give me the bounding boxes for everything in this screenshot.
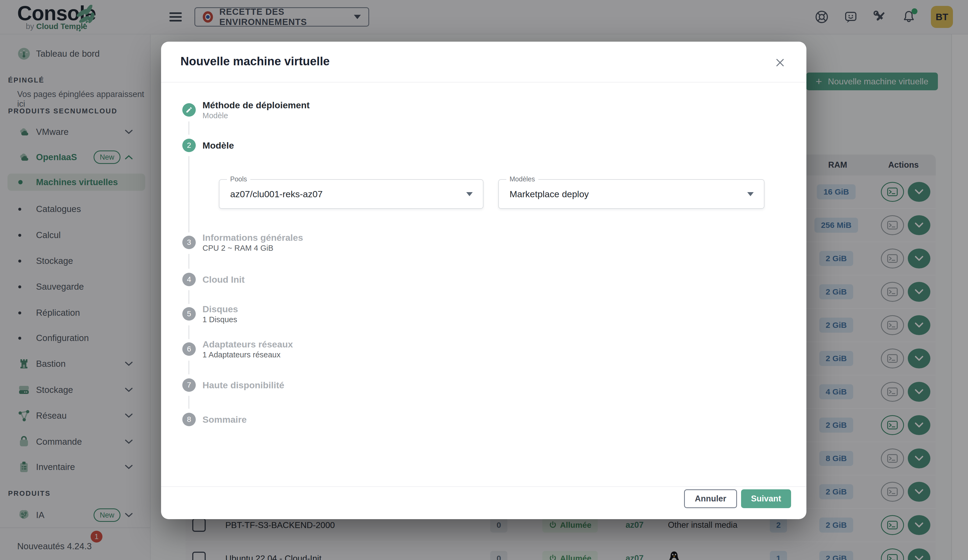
modal-footer-divider — [161, 486, 806, 487]
step-informations-generales[interactable]: 3 Informations générales CPU 2 ~ RAM 4 G… — [182, 232, 303, 253]
step-connector — [189, 121, 189, 135]
step-adaptateurs-reseaux[interactable]: 6 Adaptateurs réseaux 1 Adaptateurs rése… — [182, 339, 293, 360]
step-connector — [189, 325, 189, 339]
modal-title: Nouvelle machine virtuelle — [181, 55, 330, 68]
chevron-down-icon — [466, 192, 473, 196]
new-vm-modal: Nouvelle machine virtuelle Méthode de dé… — [161, 42, 806, 519]
step-connector — [189, 254, 189, 269]
chevron-down-icon — [747, 192, 754, 196]
step-done-dot — [182, 103, 196, 117]
app-root: Console by Cloud Temple RECETTE DES ENVI… — [0, 0, 968, 560]
step-modele[interactable]: 2 Modèle — [182, 139, 234, 152]
next-button[interactable]: Suivant — [741, 489, 791, 508]
step-connector — [189, 361, 189, 374]
step-disques[interactable]: 5 Disques 1 Disques — [182, 303, 238, 324]
pools-select[interactable]: Pools az07/clu001-reks-az07 — [219, 179, 484, 209]
step-sommaire[interactable]: 8 Sommaire — [182, 413, 247, 426]
step-connector — [189, 396, 189, 409]
cancel-button[interactable]: Annuler — [684, 489, 737, 508]
step-connector — [189, 156, 189, 233]
step-haute-disponibilite[interactable]: 7 Haute disponibilité — [182, 378, 284, 392]
pencil-icon — [186, 106, 192, 113]
step-connector — [189, 290, 189, 304]
modal-header-divider — [161, 82, 806, 83]
step-cloud-init[interactable]: 4 Cloud Init — [182, 273, 245, 286]
models-select[interactable]: Modèles Marketplace deploy — [498, 179, 764, 209]
step-methode-deploiement[interactable]: Méthode de déploiement Modèle — [182, 99, 310, 121]
close-icon[interactable] — [774, 57, 786, 69]
